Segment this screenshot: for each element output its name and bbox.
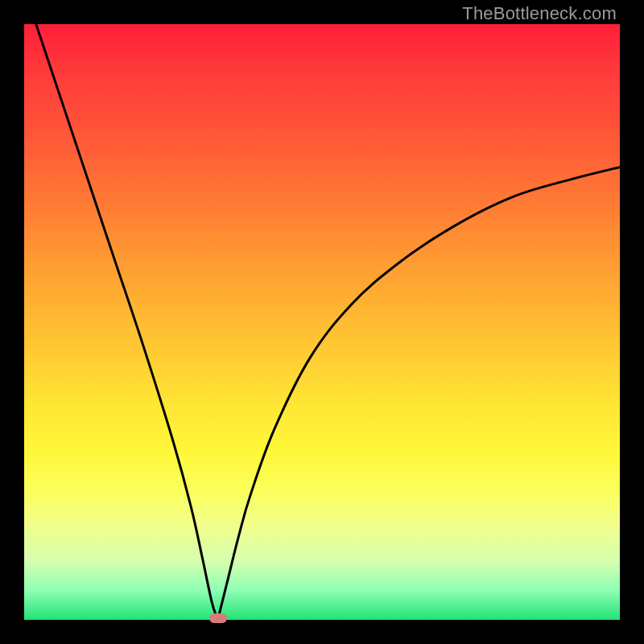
chart-frame: TheBottleneck.com [0,0,644,644]
optimal-point-marker [209,613,227,623]
curve-layer [24,24,620,620]
bottleneck-curve-left [36,24,218,620]
watermark-text: TheBottleneck.com [462,3,617,24]
bottleneck-curve-right [218,167,621,620]
plot-area [24,24,620,620]
